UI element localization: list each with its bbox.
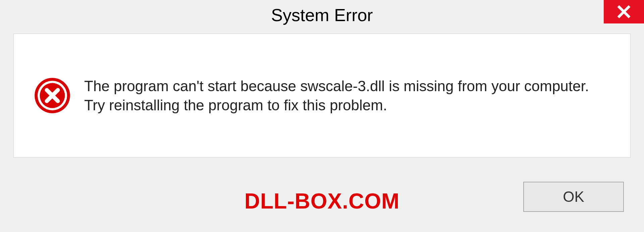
dialog-title: System Error: [271, 5, 373, 25]
content-panel: The program can't start because swscale-…: [13, 34, 631, 158]
ok-button[interactable]: OK: [523, 182, 624, 212]
watermark-text: DLL-BOX.COM: [245, 189, 400, 214]
error-icon: [34, 77, 71, 114]
footer: DLL-BOX.COM OK: [0, 172, 644, 232]
ok-button-label: OK: [563, 188, 584, 205]
titlebar: System Error: [0, 0, 644, 30]
close-icon: [617, 5, 631, 19]
error-message: The program can't start because swscale-…: [84, 76, 610, 115]
close-button[interactable]: [604, 0, 644, 23]
